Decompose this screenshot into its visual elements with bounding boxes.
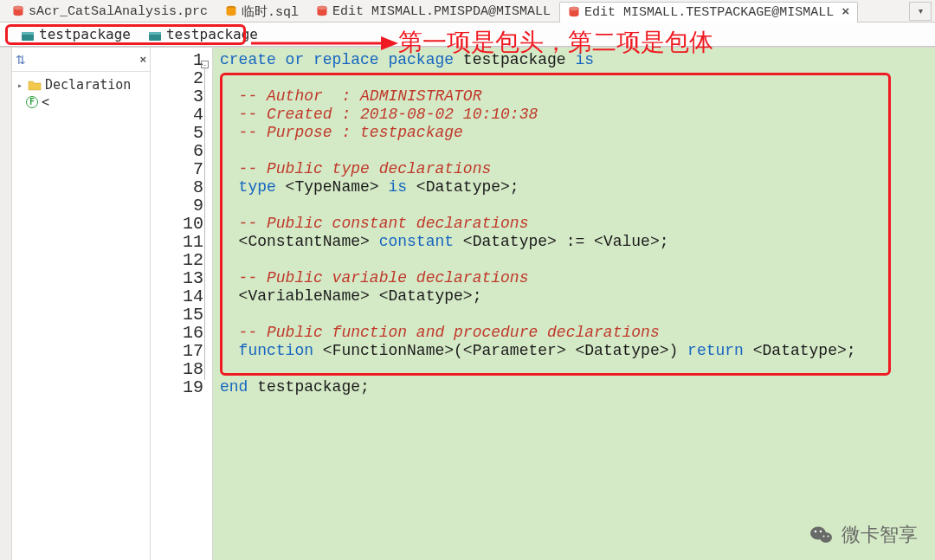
fold-column: - (201, 51, 213, 380)
sub-tab-label: testpackage (166, 26, 258, 42)
svg-point-8 (820, 532, 832, 543)
package-icon (21, 29, 35, 41)
structure-panel: ⇅ × ▸ Declaration F < (12, 48, 151, 560)
package-icon (148, 29, 162, 41)
fold-toggle[interactable]: - (201, 61, 209, 68)
tab-file-0[interactable]: sAcr_CatSalAnalysis.prc (3, 1, 216, 22)
tab-label: Edit MISMALL.TESTPACKAGE@MISMALL (584, 5, 834, 20)
tab-label: Edit MISMALL.PMISPDA@MISMALL (332, 4, 551, 19)
structure-tree: ▸ Declaration F < (12, 72, 150, 115)
left-gutter (0, 48, 12, 560)
structure-toolbar: ⇅ × (12, 48, 150, 72)
tab-file-2[interactable]: Edit MISMALL.PMISPDA@MISMALL (307, 1, 559, 22)
tab-file-1[interactable]: 临时.sql (216, 0, 307, 23)
tree-node-declaration[interactable]: ▸ Declaration (16, 77, 146, 93)
db-icon (568, 6, 580, 18)
watermark-text: 微卡智享 (842, 522, 918, 548)
tree-node-label: < (42, 94, 49, 110)
tab-label: 临时.sql (242, 3, 299, 20)
code-editor[interactable]: create or replace package testpackage is… (213, 48, 935, 560)
editor-tabs-bar: sAcr_CatSalAnalysis.prc 临时.sql Edit MISM… (0, 0, 935, 23)
db-icon (316, 5, 328, 17)
db-icon (12, 5, 24, 17)
tree-node-label: Declaration (45, 77, 131, 93)
sub-tab-spec[interactable]: testpackage (12, 23, 139, 45)
line-number-gutter: 1 2 3 4 5 6 7 8 9 10 11 12 13 14 15 16 1… (151, 48, 213, 560)
sort-icon[interactable]: ⇅ (16, 53, 26, 67)
close-icon[interactable]: × (842, 5, 849, 20)
folder-icon (28, 79, 42, 91)
svg-point-10 (820, 531, 822, 533)
svg-point-12 (828, 536, 829, 537)
db-icon (225, 5, 237, 17)
sub-tab-label: testpackage (39, 26, 131, 42)
svg-point-9 (815, 531, 817, 533)
close-panel-button[interactable]: × (139, 53, 146, 66)
chevron-down-icon: ▾ (919, 6, 923, 16)
expand-icon[interactable]: ▸ (16, 80, 24, 90)
editor-main-area: ⇅ × ▸ Declaration F < 1 2 3 4 5 6 7 8 9 … (0, 47, 935, 560)
wechat-icon (809, 522, 835, 548)
tab-label: sAcr_CatSalAnalysis.prc (29, 4, 208, 19)
tab-file-3[interactable]: Edit MISMALL.TESTPACKAGE@MISMALL × (559, 2, 858, 23)
sub-tab-body[interactable]: testpackage (139, 23, 267, 45)
watermark: 微卡智享 (809, 522, 918, 548)
line-number: 19 (151, 378, 212, 396)
tree-node-function[interactable]: F < (16, 94, 146, 110)
package-parts-tabs: testpackage testpackage (0, 23, 935, 47)
function-icon: F (26, 96, 38, 108)
svg-point-11 (823, 536, 825, 537)
tabs-overflow-button[interactable]: ▾ (909, 2, 932, 21)
